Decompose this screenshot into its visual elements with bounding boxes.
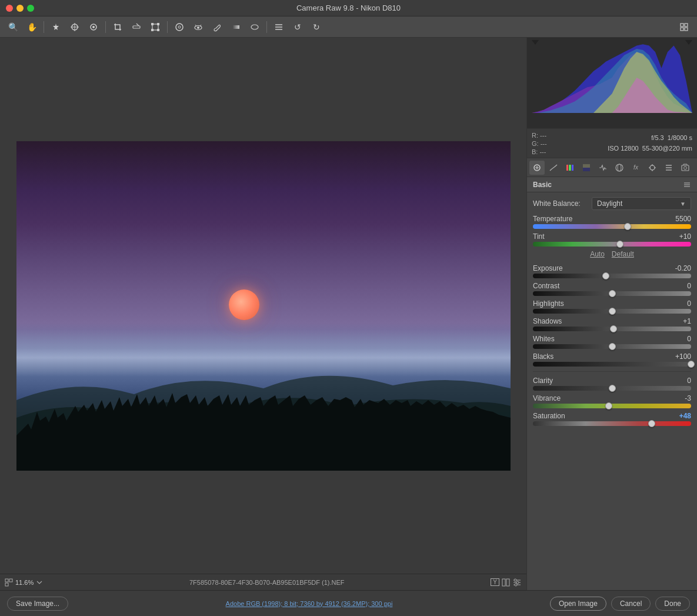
color-sampler-tool[interactable]: [66, 19, 83, 35]
rotate-cw-tool[interactable]: ↻: [308, 19, 325, 35]
clarity-thumb[interactable]: [609, 385, 616, 392]
settings-sliders-icon[interactable]: [512, 578, 522, 587]
vibrance-slider-row: Vibrance -3: [533, 394, 691, 408]
whites-thumb[interactable]: [609, 343, 616, 350]
fullscreen-icon[interactable]: [676, 19, 692, 35]
auto-button[interactable]: Auto: [590, 250, 605, 258]
highlight-clip-indicator[interactable]: [685, 40, 692, 45]
white-balance-tool[interactable]: [48, 19, 64, 35]
highlights-track[interactable]: [533, 309, 691, 314]
transform-tool[interactable]: [147, 19, 164, 35]
tint-thumb[interactable]: [616, 241, 623, 248]
shadows-thumb[interactable]: [610, 325, 617, 332]
svg-point-45: [618, 164, 621, 171]
vibrance-value: -3: [668, 394, 691, 402]
svg-rect-26: [685, 28, 688, 31]
tab-fx[interactable]: fx: [628, 161, 643, 175]
straighten-tool[interactable]: [128, 19, 145, 35]
brush-tool[interactable]: [209, 19, 225, 35]
tab-snapshots[interactable]: [678, 161, 693, 175]
zoom-dropdown-icon[interactable]: [36, 579, 43, 586]
tint-value: +10: [668, 232, 691, 241]
shadows-value: +1: [668, 317, 691, 325]
tint-track[interactable]: [533, 242, 691, 247]
save-image-button[interactable]: Save Image...: [7, 597, 68, 611]
svg-rect-30: [502, 579, 505, 586]
contrast-thumb[interactable]: [609, 290, 616, 297]
tab-detail[interactable]: [595, 161, 611, 175]
clarity-track[interactable]: [533, 386, 691, 391]
tab-camera-calibration[interactable]: [645, 161, 660, 175]
svg-point-46: [650, 165, 655, 170]
radial-tool[interactable]: [246, 19, 263, 35]
saturation-slider-row: Saturation +48: [533, 412, 691, 426]
svg-rect-27: [5, 579, 8, 582]
default-button[interactable]: Default: [612, 250, 634, 258]
shadow-clip-indicator[interactable]: [532, 40, 539, 45]
tab-tone-curve[interactable]: [546, 161, 561, 175]
zoom-icon: [5, 578, 13, 587]
white-balance-dropdown[interactable]: Daylight ▼: [592, 197, 691, 210]
target-tool[interactable]: [85, 19, 102, 35]
maximize-button[interactable]: [27, 5, 34, 12]
tab-presets[interactable]: [661, 161, 676, 175]
whites-track[interactable]: [533, 344, 691, 349]
svg-rect-18: [232, 25, 239, 29]
white-balance-row: White Balance: Daylight ▼: [533, 197, 691, 210]
image-container[interactable]: [0, 38, 526, 574]
vibrance-track[interactable]: [533, 404, 691, 408]
adjustments-list[interactable]: [271, 19, 287, 35]
content-area: 11.6% 7F585078-80E7-4F30-B070-AB95E01BF5…: [0, 38, 697, 590]
cancel-button[interactable]: Cancel: [611, 597, 651, 611]
spot-removal-tool[interactable]: [171, 19, 188, 35]
temperature-thumb[interactable]: [624, 223, 631, 230]
temperature-header: Temperature 5500: [533, 215, 691, 223]
blacks-value: +100: [668, 352, 691, 361]
hand-tool[interactable]: ✋: [24, 19, 40, 35]
done-button[interactable]: Done: [655, 597, 690, 611]
tab-lens-corrections[interactable]: [612, 161, 627, 175]
saturation-track[interactable]: [533, 421, 691, 426]
panel-tabs: fx: [527, 158, 697, 177]
redeye-tool[interactable]: [190, 19, 206, 35]
blacks-track[interactable]: [533, 362, 691, 367]
blacks-label: Blacks: [533, 352, 553, 361]
gradient-tool[interactable]: [228, 19, 244, 35]
vibrance-header: Vibrance -3: [533, 394, 691, 402]
svg-rect-24: [685, 24, 688, 26]
svg-rect-39: [566, 165, 568, 171]
tab-split-toning[interactable]: [579, 161, 594, 175]
saturation-label: Saturation: [533, 412, 565, 420]
rotate-ccw-tool[interactable]: ↺: [289, 19, 306, 35]
svg-point-12: [176, 24, 183, 31]
temperature-track[interactable]: [533, 224, 691, 229]
highlights-thumb[interactable]: [609, 308, 616, 315]
temperature-label: Temperature: [533, 215, 572, 223]
close-button[interactable]: [6, 5, 13, 12]
panel-menu-icon[interactable]: [683, 181, 691, 189]
whites-value: 0: [668, 335, 691, 343]
open-image-button[interactable]: Open Image: [550, 597, 606, 611]
clarity-label: Clarity: [533, 377, 553, 385]
exposure-track[interactable]: [533, 274, 691, 278]
tab-basic[interactable]: [529, 161, 545, 175]
blacks-thumb[interactable]: [688, 361, 695, 368]
shadows-track[interactable]: [533, 327, 691, 331]
svg-rect-28: [5, 583, 8, 586]
clarity-header: Clarity 0: [533, 377, 691, 385]
contrast-track[interactable]: [533, 291, 691, 296]
saturation-thumb[interactable]: [648, 420, 655, 427]
tab-hsl[interactable]: [562, 161, 578, 175]
minimize-button[interactable]: [16, 5, 24, 12]
camera-settings: f/5.3 1/8000 s ISO 12800 55-300@220 mm: [554, 133, 692, 154]
crop-tool[interactable]: [109, 19, 126, 35]
exposure-thumb[interactable]: [602, 272, 609, 279]
svg-rect-8: [151, 23, 154, 25]
vibrance-thumb[interactable]: [605, 402, 612, 409]
moon: [229, 289, 259, 320]
toolbar-divider-2: [105, 21, 106, 33]
iso-lens: ISO 12800 55-300@220 mm: [608, 145, 692, 152]
compare-icon[interactable]: [502, 578, 510, 587]
zoom-tool[interactable]: 🔍: [5, 19, 21, 35]
contrast-label: Contrast: [533, 282, 559, 290]
